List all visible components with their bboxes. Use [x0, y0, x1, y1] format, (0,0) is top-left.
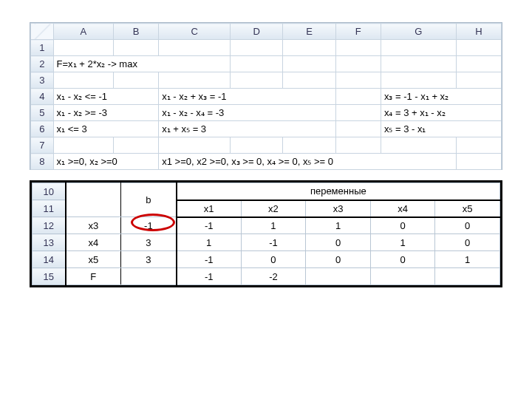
spreadsheet-bottom-wrap: 10 b переменные 11 x1 x2 x3 x4 x5 12 x3 … — [30, 180, 502, 287]
basis-column-spare[interactable] — [66, 183, 121, 217]
cell-14-x3[interactable]: 0 — [306, 251, 371, 268]
spreadsheet-top: A B C D E F G H 1 2 F=x₁ + 2*x₂ -> max 3… — [30, 22, 502, 170]
cell-A1[interactable] — [53, 40, 114, 56]
var-header-x4[interactable]: x4 — [370, 200, 435, 217]
b-header[interactable]: b — [121, 183, 177, 217]
cell-12-x3[interactable]: 1 — [306, 217, 371, 234]
cell-A2[interactable]: F=x₁ + 2*x₂ -> max — [53, 56, 230, 72]
b-13[interactable]: 3 — [121, 234, 177, 251]
cell-F-x3[interactable] — [306, 268, 371, 285]
cell-A4[interactable]: x₁ - x₂ <= -1 — [53, 89, 159, 105]
basis-14[interactable]: x5 — [66, 251, 121, 268]
cell-12-x5[interactable]: 0 — [435, 217, 500, 234]
b-F[interactable] — [121, 268, 177, 285]
cell-13-x2[interactable]: -1 — [241, 234, 306, 251]
cell-12-x1[interactable]: -1 — [177, 217, 242, 234]
cell-G4[interactable]: x₃ = -1 - x₁ + x₂ — [381, 89, 501, 105]
col-header-E[interactable]: E — [283, 24, 335, 40]
cell-14-x2[interactable]: 0 — [241, 251, 306, 268]
var-header-x2[interactable]: x2 — [241, 200, 306, 217]
cell-13-x3[interactable]: 0 — [306, 234, 371, 251]
col-header-D[interactable]: D — [231, 24, 283, 40]
cell-G5[interactable]: x₄ = 3 + x₁ - x₂ — [381, 105, 501, 121]
row-header-12[interactable]: 12 — [33, 217, 66, 234]
cell-14-x4[interactable]: 0 — [370, 251, 435, 268]
col-header-C[interactable]: C — [159, 24, 231, 40]
cell-F-x4[interactable] — [370, 268, 435, 285]
row-header-4[interactable]: 4 — [31, 89, 54, 105]
var-header-x5[interactable]: x5 — [435, 200, 500, 217]
cell-A8[interactable]: x₁ >=0, x₂ >=0 — [53, 154, 159, 170]
cell-C6[interactable]: x₁ + x₅ = 3 — [159, 121, 336, 137]
cell-G6[interactable]: x₅ = 3 - x₁ — [381, 121, 501, 137]
basis-12[interactable]: x3 — [66, 217, 121, 234]
cell-F-x2[interactable]: -2 — [241, 268, 306, 285]
row-header-3[interactable]: 3 — [31, 72, 54, 89]
col-header-A[interactable]: A — [53, 24, 114, 40]
cell-C4[interactable]: x₁ - x₂ + x₃ = -1 — [159, 89, 336, 105]
row-header-5[interactable]: 5 — [31, 105, 54, 121]
var-header-x1[interactable]: x1 — [177, 200, 242, 217]
col-header-B[interactable]: B — [114, 24, 159, 40]
basis-13[interactable]: x4 — [66, 234, 121, 251]
row-header-15[interactable]: 15 — [33, 268, 66, 285]
cell-12-x4[interactable]: 0 — [370, 217, 435, 234]
col-header-F[interactable]: F — [335, 24, 381, 40]
row-header-14[interactable]: 14 — [33, 251, 66, 268]
col-header-G[interactable]: G — [381, 24, 456, 40]
cell-A5[interactable]: x₁ - x₂ >= -3 — [53, 105, 159, 121]
basis-F[interactable]: F — [66, 268, 121, 285]
vars-header[interactable]: переменные — [177, 183, 500, 200]
row-header-8[interactable]: 8 — [31, 154, 54, 170]
cell-14-x1[interactable]: -1 — [177, 251, 242, 268]
col-header-H[interactable]: H — [456, 24, 501, 40]
cell-13-x5[interactable]: 0 — [435, 234, 500, 251]
row-header-1[interactable]: 1 — [31, 40, 54, 56]
grid-bottom[interactable]: 10 b переменные 11 x1 x2 x3 x4 x5 12 x3 … — [32, 183, 500, 285]
b-12[interactable]: -1 — [121, 217, 177, 234]
var-header-x3[interactable]: x3 — [306, 200, 371, 217]
cell-13-x4[interactable]: 1 — [370, 234, 435, 251]
cell-13-x1[interactable]: 1 — [177, 234, 242, 251]
cell-F-x5[interactable] — [435, 268, 500, 285]
grid-top[interactable]: A B C D E F G H 1 2 F=x₁ + 2*x₂ -> max 3… — [30, 23, 502, 170]
row-header-13[interactable]: 13 — [33, 234, 66, 251]
cell-14-x5[interactable]: 1 — [435, 251, 500, 268]
row-header-6[interactable]: 6 — [31, 121, 54, 137]
select-all-corner[interactable] — [31, 24, 54, 40]
b-14[interactable]: 3 — [121, 251, 177, 268]
row-header-2[interactable]: 2 — [31, 56, 54, 72]
cell-A6[interactable]: x₁ <= 3 — [53, 121, 159, 137]
row-header-7[interactable]: 7 — [31, 137, 54, 154]
cell-12-x2[interactable]: 1 — [241, 217, 306, 234]
simplex-tableau: 10 b переменные 11 x1 x2 x3 x4 x5 12 x3 … — [30, 180, 502, 287]
row-header-10[interactable]: 10 — [33, 183, 66, 200]
cell-C5[interactable]: x₁ - x₂ - x₄ = -3 — [159, 105, 336, 121]
cell-F-x1[interactable]: -1 — [177, 268, 242, 285]
row-header-11[interactable]: 11 — [33, 200, 66, 217]
cell-C8[interactable]: x1 >=0, x2 >=0, x₃ >= 0, x₄ >= 0, x₅ >= … — [159, 154, 457, 170]
